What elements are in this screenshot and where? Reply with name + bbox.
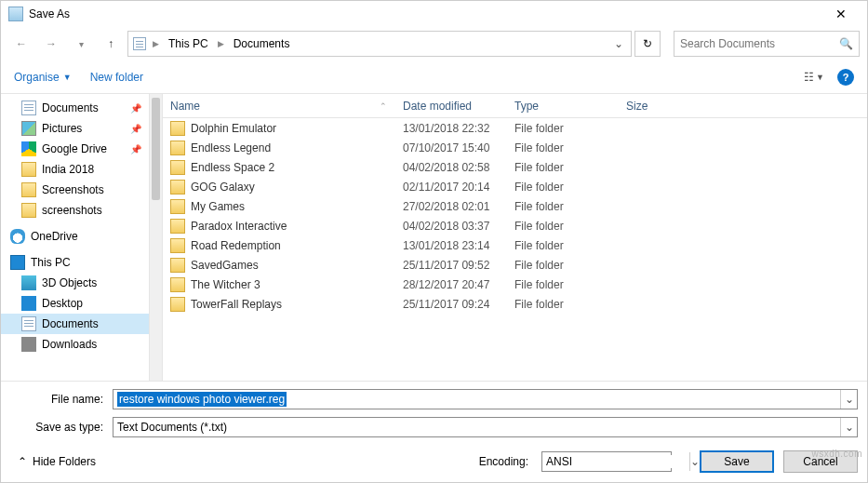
- file-row[interactable]: TowerFall Replays25/11/2017 09:24File fo…: [163, 294, 867, 314]
- column-date[interactable]: Date modified: [395, 100, 507, 113]
- folder-icon: [21, 182, 36, 197]
- file-type: File folder: [507, 200, 619, 213]
- file-row[interactable]: Dolphin Emulator13/01/2018 22:32File fol…: [163, 118, 867, 138]
- file-name: Endless Space 2: [191, 161, 274, 174]
- tree-item-pictures[interactable]: Pictures📌: [1, 118, 149, 139]
- column-size[interactable]: Size: [619, 100, 693, 113]
- downloads-icon: [21, 337, 36, 352]
- save-type-value[interactable]: [114, 421, 840, 434]
- file-name: Paradox Interactive: [191, 220, 287, 233]
- tree-item-screenshots-2[interactable]: screenshots: [1, 200, 149, 221]
- folder-icon: [170, 258, 185, 273]
- file-name: SavedGames: [191, 259, 259, 272]
- tree-item-india[interactable]: India 2018: [1, 159, 149, 180]
- file-row[interactable]: Endless Space 204/02/2018 02:58File fold…: [163, 157, 867, 177]
- file-type: File folder: [507, 259, 619, 272]
- navigation-tree[interactable]: Documents📌 Pictures📌 Google Drive📌 India…: [1, 94, 150, 381]
- search-icon[interactable]: 🔍: [839, 37, 853, 50]
- folder-icon: [170, 121, 185, 136]
- file-date: 13/01/2018 22:32: [395, 122, 507, 135]
- save-type-field[interactable]: ⌄: [113, 417, 858, 437]
- tree-item-google-drive[interactable]: Google Drive📌: [1, 139, 149, 159]
- file-name: TowerFall Replays: [191, 298, 282, 311]
- folder-icon: [170, 199, 185, 214]
- this-pc-icon: [10, 255, 25, 270]
- filename-label: File name:: [10, 393, 113, 406]
- view-options-button[interactable]: ☷ ▼: [804, 71, 824, 84]
- tree-scrollbar[interactable]: [150, 94, 163, 381]
- tree-item-onedrive[interactable]: OneDrive: [1, 226, 149, 247]
- encoding-dropdown-icon[interactable]: ⌄: [689, 452, 700, 471]
- filename-dropdown-icon[interactable]: ⌄: [840, 390, 857, 409]
- hide-folders-button[interactable]: ⌃Hide Folders: [18, 455, 96, 468]
- window-title: Save As: [29, 7, 822, 20]
- file-row[interactable]: My Games27/02/2018 02:01File folder: [163, 196, 867, 216]
- pin-icon: 📌: [130, 144, 145, 154]
- encoding-label: Encoding:: [479, 455, 532, 468]
- file-list: Name⌃ Date modified Type Size Dolphin Em…: [163, 94, 867, 381]
- file-name: Road Redemption: [191, 239, 281, 252]
- new-folder-button[interactable]: New folder: [90, 71, 143, 84]
- tree-item-documents[interactable]: Documents: [1, 314, 149, 334]
- file-row[interactable]: GOG Galaxy02/11/2017 20:14File folder: [163, 177, 867, 196]
- pin-icon: 📌: [130, 103, 145, 114]
- breadcrumb-current[interactable]: Documents: [230, 35, 294, 52]
- help-button[interactable]: ?: [837, 69, 854, 86]
- filename-field[interactable]: restore windows photo viewer.reg ⌄: [113, 389, 858, 409]
- main-area: Documents📌 Pictures📌 Google Drive📌 India…: [1, 94, 867, 382]
- file-date: 04/02/2018 02:58: [395, 161, 507, 174]
- recent-locations-button[interactable]: ▾: [68, 31, 94, 57]
- search-input[interactable]: [680, 37, 839, 50]
- organise-button[interactable]: Organise ▼: [14, 71, 72, 84]
- encoding-field[interactable]: ⌄: [541, 451, 672, 472]
- file-name: Endless Legend: [191, 141, 271, 154]
- breadcrumb-root[interactable]: This PC: [165, 35, 212, 52]
- address-dropdown-icon[interactable]: ⌄: [610, 37, 627, 50]
- tree-item-screenshots-1[interactable]: Screenshots: [1, 180, 149, 200]
- form-area: File name: restore windows photo viewer.…: [1, 382, 867, 445]
- onedrive-icon: [10, 229, 25, 244]
- address-bar[interactable]: ▶ This PC ▶ Documents ⌄: [127, 31, 632, 57]
- tree-item-downloads[interactable]: Downloads: [1, 334, 149, 355]
- file-date: 25/11/2017 09:24: [395, 298, 507, 311]
- folder-icon: [170, 238, 185, 253]
- file-type: File folder: [507, 122, 619, 135]
- tree-item-this-pc[interactable]: This PC: [1, 252, 149, 273]
- file-date: 25/11/2017 09:52: [395, 259, 507, 272]
- file-rows[interactable]: Dolphin Emulator13/01/2018 22:32File fol…: [163, 118, 867, 381]
- refresh-button[interactable]: ↻: [634, 31, 661, 57]
- breadcrumb-sep-icon[interactable]: ▶: [151, 39, 161, 48]
- file-row[interactable]: SavedGames25/11/2017 09:52File folder: [163, 255, 867, 275]
- save-type-dropdown-icon[interactable]: ⌄: [840, 418, 857, 436]
- close-button[interactable]: ✕: [822, 1, 860, 27]
- column-name[interactable]: Name⌃: [163, 100, 395, 113]
- file-date: 28/12/2017 20:47: [395, 278, 507, 291]
- file-row[interactable]: Paradox Interactive04/02/2018 03:37File …: [163, 216, 867, 235]
- file-row[interactable]: Endless Legend07/10/2017 15:40File folde…: [163, 138, 867, 157]
- pin-icon: 📌: [130, 124, 145, 134]
- column-type[interactable]: Type: [507, 100, 619, 113]
- file-type: File folder: [507, 220, 619, 233]
- file-type: File folder: [507, 181, 619, 194]
- save-button[interactable]: Save: [700, 450, 774, 473]
- file-name: My Games: [191, 200, 245, 213]
- file-row[interactable]: The Witcher 328/12/2017 20:47File folder: [163, 275, 867, 294]
- scrollbar-thumb[interactable]: [152, 98, 160, 200]
- file-type: File folder: [507, 298, 619, 311]
- folder-icon: [170, 141, 185, 155]
- file-row[interactable]: Road Redemption13/01/2018 23:14File fold…: [163, 235, 867, 255]
- chevron-down-icon: ▼: [63, 73, 72, 82]
- filename-value[interactable]: restore windows photo viewer.reg: [117, 392, 287, 407]
- back-button[interactable]: ←: [8, 31, 34, 57]
- document-icon: [21, 101, 36, 115]
- document-icon: [21, 316, 36, 331]
- up-button[interactable]: ↑: [98, 31, 124, 57]
- tree-item-documents-quick[interactable]: Documents📌: [1, 98, 149, 118]
- tree-item-desktop[interactable]: Desktop: [1, 293, 149, 314]
- google-drive-icon: [21, 141, 36, 156]
- tree-item-3d-objects[interactable]: 3D Objects: [1, 273, 149, 293]
- toolbar: Organise ▼ New folder ☷ ▼ ?: [1, 60, 867, 94]
- breadcrumb-sep-icon[interactable]: ▶: [216, 39, 226, 48]
- search-box[interactable]: 🔍: [674, 31, 860, 57]
- encoding-value[interactable]: [542, 455, 689, 468]
